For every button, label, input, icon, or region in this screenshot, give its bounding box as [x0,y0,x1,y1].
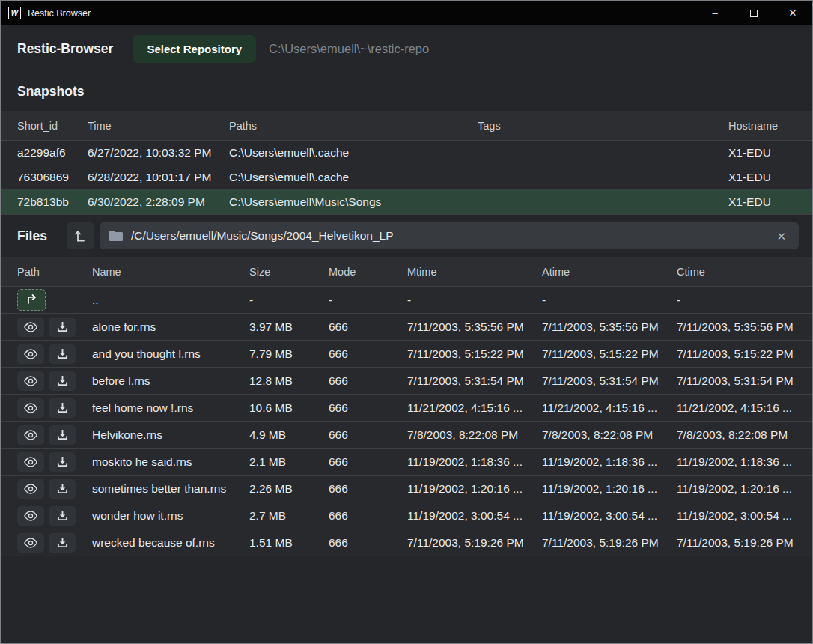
column-mtime[interactable]: Mtime [407,266,542,278]
up-directory-button[interactable] [17,289,46,311]
file-ctime: 7/11/2003, 5:15:22 PM [677,347,796,361]
files-path-input[interactable]: /C/Users/emuell/Music/Songs/2004_Helveti… [131,229,774,243]
column-short-id[interactable]: Short_id [17,120,88,132]
file-row[interactable]: moskito he said.rns 2.1 MB 666 11/19/200… [1,449,812,476]
download-file-button[interactable] [49,506,76,526]
preview-file-button[interactable] [17,318,44,337]
download-file-button[interactable] [49,398,76,418]
file-size: 2.26 MB [249,482,329,496]
file-row[interactable]: wrecked because of.rns 1.51 MB 666 7/11/… [1,529,812,556]
file-row[interactable]: feel home now !.rns 10.6 MB 666 11/21/20… [1,395,812,422]
snapshot-row[interactable]: 72b813bb 6/30/2022, 2:28:09 PM C:\Users\… [1,190,812,215]
parent-directory-row[interactable]: .. - - - - - [1,287,812,314]
download-file-button[interactable] [49,425,76,445]
eye-icon [24,322,37,332]
download-file-button[interactable] [49,533,76,553]
preview-file-button[interactable] [17,398,44,418]
download-file-button[interactable] [49,344,76,364]
snapshot-row[interactable]: a2299af6 6/27/2022, 10:03:32 PM C:\Users… [1,141,812,165]
column-path[interactable]: Path [17,266,92,278]
select-repository-button[interactable]: Select Repository [133,35,256,63]
file-row[interactable]: before l.rns 12.8 MB 666 7/11/2003, 5:31… [1,368,812,395]
file-size: 2.1 MB [249,455,329,469]
file-atime: 7/8/2003, 8:22:08 PM [542,428,677,442]
snapshot-row[interactable]: 76306869 6/28/2022, 10:01:17 PM C:\Users… [1,165,812,190]
file-size: 10.6 MB [249,401,329,415]
files-path-bar[interactable]: /C/Users/emuell/Music/Songs/2004_Helveti… [100,222,799,249]
file-mode: 666 [329,401,407,415]
file-ctime: 11/19/2002, 1:18:36 ... [677,455,796,469]
minimize-button[interactable]: – [695,1,734,25]
file-atime: 11/19/2002, 3:00:54 ... [542,509,677,523]
preview-file-button[interactable] [17,479,44,499]
file-size: 4.9 MB [249,428,329,442]
file-name: moskito he said.rns [92,455,249,469]
preview-file-button[interactable] [17,371,44,391]
file-mtime: 7/11/2003, 5:15:22 PM [407,347,542,361]
snapshot-hostname: X1-EDU [728,146,796,160]
preview-file-button[interactable] [17,452,44,472]
snapshots-table-body: a2299af6 6/27/2022, 10:03:32 PM C:\Users… [1,141,812,215]
snapshots-table-header: Short_id Time Paths Tags Hostname [1,111,812,141]
folder-icon [109,231,123,241]
file-atime: 7/11/2003, 5:15:22 PM [542,347,677,361]
app-logo-icon: W [8,7,21,19]
column-mode[interactable]: Mode [329,266,407,278]
clear-path-button[interactable]: ✕ [773,229,789,243]
column-paths[interactable]: Paths [229,120,478,132]
file-row[interactable]: and you thought l.rns 7.79 MB 666 7/11/2… [1,341,812,368]
file-ctime: 11/21/2002, 4:15:16 ... [677,401,796,415]
up-level-icon [74,229,86,243]
preview-file-button[interactable] [17,506,44,526]
snapshot-time: 6/30/2022, 2:28:09 PM [88,195,229,209]
column-time[interactable]: Time [88,120,229,132]
file-name: wrecked because of.rns [92,536,249,550]
clear-icon: ✕ [776,230,786,243]
column-tags[interactable]: Tags [478,120,728,132]
file-row[interactable]: sometimes better than.rns 2.26 MB 666 11… [1,476,812,502]
maximize-button[interactable] [734,1,773,25]
file-ctime: 7/11/2003, 5:31:54 PM [677,374,796,388]
file-mode: 666 [329,536,407,550]
download-icon [57,348,68,359]
download-file-button[interactable] [49,479,76,499]
eye-icon [24,403,37,413]
file-atime: 11/19/2002, 1:18:36 ... [542,455,677,469]
file-atime: 7/11/2003, 5:35:56 PM [542,321,677,334]
goto-root-button[interactable] [67,222,94,249]
download-file-button[interactable] [49,371,76,391]
snapshot-time: 6/28/2022, 10:01:17 PM [88,171,229,184]
eye-icon [24,376,37,386]
column-atime[interactable]: Atime [542,266,677,278]
close-button[interactable]: ✕ [773,1,812,25]
file-size: 1.51 MB [249,536,329,550]
file-size: 3.97 MB [249,321,329,334]
file-mtime: 7/8/2003, 8:22:08 PM [407,428,542,442]
files-section-header: Files /C/Users/emuell/Music/Songs/2004_H… [1,215,812,257]
file-name: and you thought l.rns [92,347,249,361]
preview-file-button[interactable] [17,533,44,553]
snapshot-short-id: 76306869 [17,171,88,184]
download-file-button[interactable] [49,318,76,337]
download-icon [57,456,68,467]
file-ctime: 7/11/2003, 5:19:26 PM [677,536,796,550]
download-icon [57,402,68,413]
file-row[interactable]: alone for.rns 3.97 MB 666 7/11/2003, 5:3… [1,314,812,341]
download-icon [57,321,68,332]
file-mtime: 11/19/2002, 3:00:54 ... [407,509,542,523]
file-mode: 666 [329,509,407,523]
column-ctime[interactable]: Ctime [677,266,796,278]
window-controls: – ✕ [695,1,812,25]
column-hostname[interactable]: Hostname [728,120,796,132]
file-name: Helvikone.rns [92,428,249,442]
preview-file-button[interactable] [17,425,44,445]
preview-file-button[interactable] [17,344,44,364]
column-size[interactable]: Size [249,266,329,278]
eye-icon [24,430,37,440]
file-row[interactable]: Helvikone.rns 4.9 MB 666 7/8/2003, 8:22:… [1,422,812,449]
window-title: Restic Browser [28,8,91,19]
file-row[interactable]: wonder how it.rns 2.7 MB 666 11/19/2002,… [1,502,812,529]
close-icon: ✕ [789,7,797,19]
column-name[interactable]: Name [92,266,249,278]
download-file-button[interactable] [49,452,76,472]
